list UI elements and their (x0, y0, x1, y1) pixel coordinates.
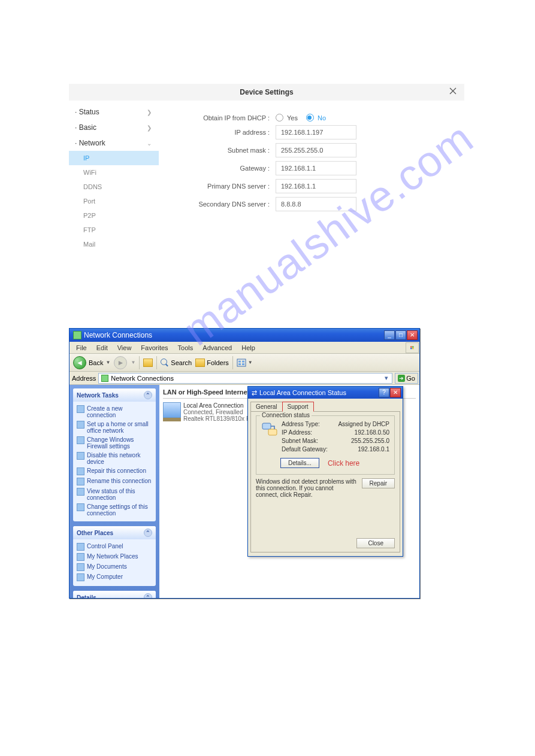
minimize-button[interactable]: _ (384, 330, 395, 340)
back-icon: ◄ (73, 356, 86, 369)
network-tasks-box: Network Tasks ⌃ Create a new connection … (73, 388, 156, 521)
search-button[interactable]: Search (161, 359, 192, 367)
dhcp-radio-yes[interactable]: Yes (276, 114, 298, 122)
task-label: Change Windows Firewall settings (87, 436, 152, 450)
menu-tools[interactable]: Tools (174, 343, 198, 353)
place-my-computer[interactable]: My Computer (77, 572, 152, 582)
nav-sub-ftp[interactable]: FTP (69, 223, 159, 237)
task-icon (77, 452, 84, 460)
folders-button[interactable]: Folders (195, 359, 229, 367)
maximize-button[interactable]: □ (395, 330, 406, 340)
address-value: Network Connections (111, 375, 174, 382)
addr-type-label: Address Type: (282, 421, 338, 427)
task-change-settings[interactable]: Change settings of this connection (77, 502, 152, 518)
settings-form: Obtain IP from DHCP : Yes No IP address (159, 101, 464, 256)
dhcp-label: Obtain IP from DHCP : (165, 114, 276, 122)
views-icon (237, 359, 246, 367)
window-title: Network Connections (84, 331, 152, 339)
close-button[interactable]: ✕ (407, 330, 418, 340)
ip-input[interactable] (276, 125, 356, 139)
dialog-titlebar[interactable]: ⇄ Local Area Connection Status ? ✕ (248, 387, 403, 399)
menu-edit[interactable]: Edit (92, 343, 112, 353)
tab-support[interactable]: Support (282, 402, 314, 412)
divider (232, 356, 233, 369)
address-input[interactable]: Network Connections ▾ (98, 373, 392, 384)
chevron-down-icon: ⌄ (147, 140, 152, 147)
subnet-label: Subnet mask : (165, 147, 276, 154)
nav-network[interactable]: · Network ⌄ (69, 135, 159, 151)
place-icon (77, 543, 84, 551)
menu-advanced[interactable]: Advanced (198, 343, 236, 353)
task-view-status[interactable]: View status of this connection (77, 487, 152, 502)
task-setup-network[interactable]: Set up a home or small office network (77, 420, 152, 435)
task-disable[interactable]: Disable this network device (77, 451, 152, 466)
nav-sub-port[interactable]: Port (69, 194, 159, 208)
close-button[interactable] (448, 86, 458, 97)
details-button[interactable]: Details... (280, 458, 319, 468)
back-button[interactable]: ◄ Back ▼ (73, 356, 110, 369)
nav-status[interactable]: · Status ❯ (69, 104, 159, 120)
place-network-places[interactable]: My Network Places (77, 552, 152, 562)
views-button[interactable]: ▼ (237, 359, 253, 367)
task-rename[interactable]: Rename this connection (77, 476, 152, 487)
sdns-input[interactable] (276, 197, 356, 211)
window-titlebar[interactable]: Network Connections _ □ ✕ (69, 329, 419, 342)
menu-help[interactable]: Help (237, 343, 259, 353)
sdns-label: Secondary DNS server : (165, 201, 276, 208)
task-firewall[interactable]: Change Windows Firewall settings (77, 435, 152, 451)
tab-general[interactable]: General (250, 402, 283, 412)
svg-rect-12 (268, 429, 277, 435)
nav-sub-ddns[interactable]: DDNS (69, 180, 159, 194)
network-tasks-title: Network Tasks (77, 392, 119, 399)
chevron-right-icon: ❯ (147, 109, 152, 116)
menu-favorites[interactable]: Favorites (137, 343, 172, 353)
menubar: File Edit View Favorites Tools Advanced … (69, 342, 419, 354)
collapse-icon: ⌃ (144, 529, 152, 537)
annotation-text: Click here (328, 459, 359, 467)
go-icon: ➜ (398, 375, 405, 382)
nav-network-label: · Network (75, 139, 105, 147)
other-places-header[interactable]: Other Places ⌃ (73, 526, 156, 539)
help-button[interactable]: ? (379, 388, 389, 397)
close-button[interactable]: ✕ (390, 388, 401, 397)
task-label: Repair this connection (87, 467, 146, 474)
nav-basic[interactable]: · Basic ❯ (69, 120, 159, 135)
go-button[interactable]: ➜ Go (395, 373, 418, 384)
collapse-icon: ⌃ (144, 391, 152, 399)
network-connections-window: Network Connections _ □ ✕ File Edit View… (69, 328, 420, 599)
task-icon (77, 436, 84, 444)
up-button[interactable] (143, 359, 153, 367)
place-my-documents[interactable]: My Documents (77, 562, 152, 572)
dhcp-radio-no[interactable]: No (306, 114, 326, 122)
network-tasks-header[interactable]: Network Tasks ⌃ (73, 388, 156, 402)
repair-button[interactable]: Repair (362, 478, 395, 488)
task-create-connection[interactable]: Create a new connection (77, 404, 152, 420)
menu-view[interactable]: View (113, 343, 136, 353)
svg-rect-2 (410, 346, 412, 347)
place-label: Control Panel (87, 543, 123, 549)
device-settings-header: Device Settings (69, 84, 464, 101)
details-header[interactable]: Details ⌃ (73, 591, 156, 598)
nav-sub-p2p[interactable]: P2P (69, 208, 159, 223)
place-icon (77, 553, 84, 561)
menu-file[interactable]: File (72, 343, 91, 353)
nav-sub-mail[interactable]: Mail (69, 237, 159, 251)
forward-button[interactable]: ► (114, 356, 127, 369)
place-label: My Documents (87, 563, 127, 570)
connection-status-group: Connection status Address Type:Assigned … (256, 415, 395, 475)
task-icon (77, 503, 84, 511)
task-icon (77, 467, 84, 475)
chevron-down-icon[interactable]: ▾ (383, 374, 389, 382)
gateway-input[interactable] (276, 161, 356, 175)
toolbar: ◄ Back ▼ ► ▼ Search Folders (69, 354, 419, 372)
close-dialog-button[interactable]: Close (356, 538, 395, 548)
svg-rect-8 (242, 360, 244, 362)
side-panel: Network Tasks ⌃ Create a new connection … (69, 385, 159, 598)
nav-sub-ip[interactable]: IP (69, 151, 159, 165)
settings-nav: · Status ❯ · Basic ❯ · Network ⌄ IP WiFi… (69, 101, 159, 256)
pdns-input[interactable] (276, 179, 356, 193)
place-control-panel[interactable]: Control Panel (77, 542, 152, 552)
nav-sub-wifi[interactable]: WiFi (69, 165, 159, 180)
subnet-input[interactable] (276, 143, 356, 157)
task-repair[interactable]: Repair this connection (77, 466, 152, 476)
